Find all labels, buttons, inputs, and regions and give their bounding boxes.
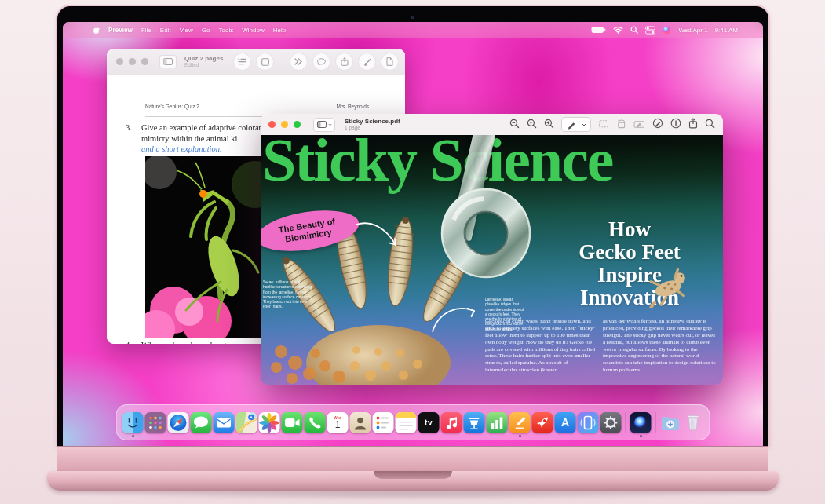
dock-icon-system-settings[interactable] <box>600 412 622 433</box>
menu-app-name[interactable]: Preview <box>108 27 133 34</box>
dock-divider <box>626 412 626 433</box>
minimize-button[interactable] <box>281 121 288 128</box>
format-list-button[interactable] <box>233 53 251 71</box>
dock-icon-numbers[interactable] <box>487 412 508 433</box>
sidebar-toggle-button[interactable] <box>313 118 335 132</box>
laptop-shadow <box>75 491 751 499</box>
dock-icon-iphone-mirroring[interactable] <box>578 412 599 433</box>
article-column-1: Geckos can climb walls, hang upside down… <box>485 318 600 374</box>
rotate-icon[interactable] <box>616 118 626 132</box>
gecko-photo <box>641 262 702 308</box>
dock-icon-photos[interactable] <box>259 412 280 433</box>
zoom-in-icon[interactable] <box>544 118 554 132</box>
q4-line1: When a chameleon changes <box>141 341 233 344</box>
article-column-2: as van der Waals forces), an adhesive qu… <box>603 318 717 374</box>
desktop-wallpaper: Preview File Edit View Go Tools Window H… <box>63 22 763 446</box>
macbook-base <box>47 471 779 491</box>
doc-header-right: Mrs. Reynolds <box>336 104 369 109</box>
apple-menu-icon[interactable] <box>93 25 100 35</box>
dock-icon-messages[interactable] <box>191 412 212 433</box>
zoom-actual-icon[interactable] <box>527 118 537 132</box>
macbook-lid-notch <box>374 471 452 479</box>
styles-brush-button[interactable] <box>358 53 376 71</box>
comment-button[interactable] <box>312 53 330 71</box>
preview-window: Sticky Science.pdf 1 page <box>261 114 723 385</box>
dock-icon-facetime[interactable] <box>282 412 303 433</box>
dock-icon-keynote[interactable] <box>464 412 485 433</box>
search-icon[interactable] <box>705 118 715 132</box>
share-icon[interactable] <box>688 118 698 132</box>
zoom-button[interactable] <box>141 58 148 65</box>
tape-roll-photo <box>438 185 534 281</box>
menu-window[interactable]: Window <box>242 27 264 34</box>
zoom-button[interactable] <box>294 121 301 128</box>
menu-help[interactable]: Help <box>273 27 286 34</box>
doc-header-left: Nature's Genius: Quiz 2 <box>145 104 199 109</box>
dock-icon-appstore[interactable]: A <box>555 412 576 433</box>
dock-icon-tv[interactable]: tv <box>418 412 440 433</box>
magazine-headline: Sticky Science <box>262 135 612 191</box>
dock-icon-pages[interactable] <box>509 412 531 433</box>
document-button[interactable] <box>381 53 399 71</box>
battery-icon[interactable] <box>591 26 606 34</box>
zoom-out-icon[interactable] <box>509 118 520 132</box>
insert-object-button[interactable] <box>256 53 274 71</box>
dock-icon-notes[interactable] <box>396 412 417 433</box>
dock-icon-downloads[interactable] <box>660 412 681 433</box>
menu-tools[interactable]: Tools <box>219 27 234 34</box>
dock-icon-finder[interactable] <box>122 412 144 433</box>
dock-icon-phone[interactable] <box>305 412 326 433</box>
macbook-screen: Preview File Edit View Go Tools Window H… <box>57 6 768 446</box>
arrow-doodle-icon <box>353 218 403 264</box>
redact-icon[interactable] <box>633 118 645 132</box>
close-button[interactable] <box>116 58 123 65</box>
share-button[interactable] <box>335 53 353 71</box>
pages-window-title: Quiz 2.pages <box>184 55 223 62</box>
pages-edited-status: Edited <box>184 62 223 68</box>
dock-icon-mail[interactable] <box>214 412 235 433</box>
dock-icon-safari[interactable] <box>168 412 189 433</box>
dock-icon-siri[interactable] <box>630 412 652 433</box>
menu-view[interactable]: View <box>180 27 193 34</box>
dock-icon-rocket[interactable] <box>532 412 553 433</box>
info-icon[interactable] <box>670 118 681 132</box>
menu-bar: Preview File Edit View Go Tools Window H… <box>63 22 763 38</box>
dock-icon-maps[interactable] <box>236 412 257 433</box>
praying-mantis-photo <box>145 156 272 338</box>
preview-page-count: 1 page <box>345 125 400 130</box>
dock-icon-trash[interactable] <box>683 412 704 433</box>
q3-line2: mimicry within the animal ki <box>141 134 237 143</box>
fill-and-sign-icon[interactable] <box>652 118 663 132</box>
dock-icon-calendar[interactable]: Wed 1 <box>327 412 349 433</box>
menu-file[interactable]: File <box>141 27 151 34</box>
markup-pencil-button[interactable] <box>561 117 591 132</box>
arrow-doodle-icon <box>429 295 480 338</box>
chevron-down-icon <box>582 123 586 126</box>
preview-titlebar[interactable]: Sticky Science.pdf 1 page <box>261 114 723 136</box>
dock-divider <box>655 412 656 433</box>
camera-dot <box>411 16 414 19</box>
selection-icon[interactable] <box>598 118 609 132</box>
more-toolbar-button[interactable] <box>290 53 308 71</box>
dock-icon-music[interactable] <box>441 412 462 433</box>
close-button[interactable] <box>268 121 276 128</box>
siri-icon[interactable] <box>663 26 671 35</box>
menu-time[interactable]: 9:41 AM <box>715 27 738 34</box>
dock: Wed 1 tv <box>116 404 710 440</box>
dock-icon-reminders[interactable] <box>373 412 394 433</box>
menu-edit[interactable]: Edit <box>160 27 171 34</box>
macbook-deck <box>57 446 768 473</box>
dock-icon-contacts[interactable] <box>350 412 371 433</box>
pages-titlebar[interactable]: Quiz 2.pages Edited <box>107 49 405 75</box>
wifi-icon[interactable] <box>613 26 623 34</box>
minimize-button[interactable] <box>129 58 136 65</box>
pdf-page: Sticky Science <box>261 135 723 385</box>
menu-date[interactable]: Wed Apr 1 <box>678 27 707 34</box>
view-sidebar-button[interactable] <box>159 55 177 68</box>
control-center-icon[interactable] <box>645 26 655 35</box>
menu-go[interactable]: Go <box>202 27 210 34</box>
setae-caption: Setae: millions of tiny hairlike structu… <box>263 279 313 309</box>
search-icon[interactable] <box>630 26 638 34</box>
q3-link[interactable]: and a short explanation. <box>141 144 222 153</box>
dock-icon-launchpad[interactable] <box>145 412 166 433</box>
